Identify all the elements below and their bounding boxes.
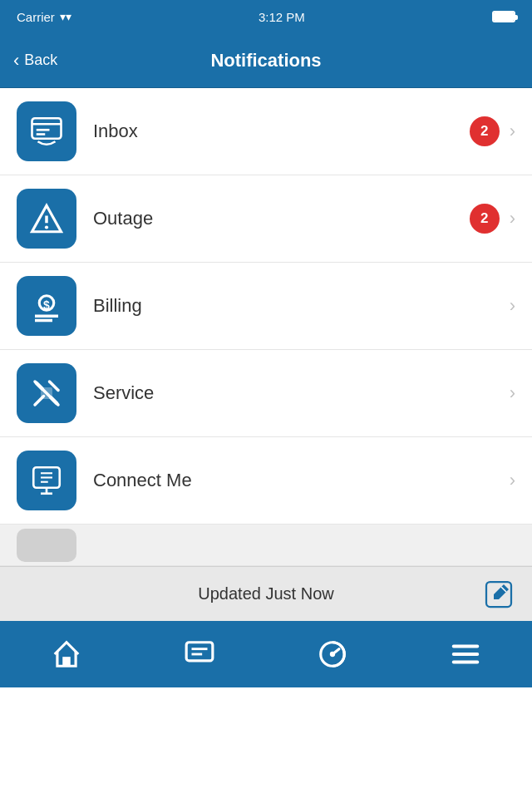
connect-me-icon-container [17,451,76,510]
billing-icon: $ [29,288,64,323]
svg-point-6 [45,225,48,229]
inbox-icon [29,114,64,149]
svg-rect-26 [186,643,213,661]
inbox-icon-container [17,101,76,161]
tab-home[interactable] [0,621,133,687]
connect-me-icon [29,463,64,498]
footer-status-bar: Updated Just Now [0,566,532,621]
edit-icon [484,579,514,609]
carrier-label: Carrier [17,10,55,24]
connect-me-chevron-icon: › [510,470,515,491]
wifi-icon: ▾▾ [60,10,71,23]
updated-status-text: Updated Just Now [198,584,333,603]
outage-icon-container [17,189,76,249]
billing-icon-container: $ [17,276,76,336]
list-item-connect-me[interactable]: Connect Me › [0,437,532,525]
service-chevron-icon: › [510,382,515,404]
carrier-info: Carrier ▾▾ [17,10,71,24]
time-label: 3:12 PM [259,10,305,24]
partial-icon [17,529,76,562]
back-button[interactable]: ‹ Back [13,50,57,71]
service-icon [29,376,64,411]
menu-icon [450,638,481,670]
messages-icon [184,638,215,670]
svg-text:$: $ [43,298,50,312]
inbox-chevron-icon: › [510,121,515,142]
billing-label: Billing [93,295,510,317]
page-title: Notifications [210,50,321,71]
svg-rect-25 [62,657,71,666]
chevron-left-icon: ‹ [13,50,19,71]
list-item-inbox[interactable]: Inbox 2 › [0,88,532,175]
tab-messages[interactable] [133,621,266,687]
back-label: Back [24,52,57,69]
tab-gauge[interactable] [266,621,399,687]
outage-badge: 2 [470,204,500,234]
service-label: Service [93,382,510,404]
svg-line-16 [51,397,57,403]
list-item-billing[interactable]: $ Billing › [0,263,532,350]
list-item-service[interactable]: Service › [0,350,532,437]
connect-me-label: Connect Me [93,470,510,491]
partial-list-item [0,525,532,566]
inbox-label: Inbox [93,121,470,142]
outage-chevron-icon: › [510,208,515,229]
billing-chevron-icon: › [510,295,515,317]
status-bar: Carrier ▾▾ 3:12 PM [0,0,532,33]
service-icon-container [17,363,76,423]
notifications-list: Inbox 2 › Outage 2 › $ Billing › [0,88,532,566]
svg-line-15 [37,383,42,389]
outage-label: Outage [93,208,470,229]
inbox-badge: 2 [470,116,500,146]
svg-point-32 [330,652,335,657]
tab-bar [0,621,532,687]
home-icon [51,638,82,670]
tab-menu[interactable] [399,621,532,687]
nav-bar: ‹ Back Notifications [0,33,532,88]
outage-icon [29,201,64,236]
svg-rect-0 [32,118,62,139]
gauge-icon [317,638,348,670]
battery-icon [492,11,515,22]
list-item-outage[interactable]: Outage 2 › [0,175,532,263]
edit-button[interactable] [482,578,515,611]
